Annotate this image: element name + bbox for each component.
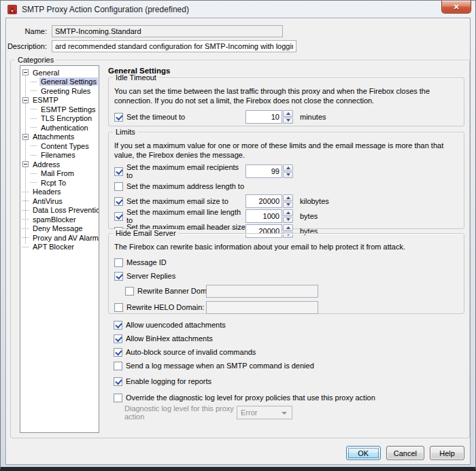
banner-domain-field[interactable]	[206, 285, 318, 298]
categories-tree[interactable]: General General Settings Greeting Rules …	[20, 65, 99, 433]
timeout-input[interactable]	[245, 110, 282, 124]
tree-branch-icon	[31, 155, 37, 156]
rewrite-helo-checkbox[interactable]	[114, 303, 123, 312]
spin-down-icon[interactable]	[283, 118, 293, 124]
tree-collapse-icon[interactable]	[22, 134, 29, 140]
rewrite-banner-row: Rewrite Banner Domain:	[114, 283, 458, 299]
settings-panel: General Settings Idle Timeout You can se…	[104, 63, 466, 436]
tree-item-authentication[interactable]: Authentication	[20, 123, 99, 133]
tree-collapse-icon[interactable]	[22, 69, 29, 75]
tree-item-esmtp-settings[interactable]: ESMTP Settings	[20, 105, 99, 114]
max-recipients-input[interactable]	[245, 164, 282, 178]
close-icon: ✕	[453, 3, 459, 11]
max-email-size-checkbox[interactable]	[114, 197, 123, 206]
option-autoblock: Auto-block source of invalid commands	[108, 345, 464, 359]
limits-description: If you set a maximum value for one or mo…	[114, 141, 458, 160]
help-button[interactable]: Help	[430, 446, 464, 460]
spin-up-icon[interactable]	[283, 224, 293, 231]
max-email-size-spinner	[245, 194, 293, 208]
send-log-message-checkbox[interactable]	[114, 362, 122, 370]
tree-branch-icon	[31, 118, 37, 119]
close-button[interactable]: ✕	[441, 1, 471, 14]
tree-item-mail-from[interactable]: Mail From	[20, 169, 99, 179]
tree-item-address[interactable]: Address	[20, 160, 99, 169]
tree-item-spamblocker[interactable]: spamBlocker	[20, 215, 99, 224]
max-line-length-checkbox[interactable]	[114, 212, 123, 221]
max-address-length-checkbox[interactable]	[114, 182, 123, 191]
name-field[interactable]	[52, 25, 283, 37]
rewrite-helo-row: Rewrite HELO Domain:	[114, 299, 458, 315]
tree-branch-icon	[22, 210, 29, 211]
spin-down-icon[interactable]	[283, 202, 293, 209]
tree-branch-icon	[31, 182, 37, 183]
spin-up-icon[interactable]	[283, 209, 293, 216]
rewrite-banner-checkbox[interactable]	[125, 287, 134, 296]
tree-item-proxy-av-alarms[interactable]: Proxy and AV Alarms	[20, 233, 99, 243]
spin-up-icon[interactable]	[283, 194, 293, 201]
max-recipients-checkbox[interactable]	[114, 167, 123, 176]
server-replies-checkbox[interactable]	[114, 272, 123, 281]
enable-logging-checkbox[interactable]	[114, 377, 122, 386]
message-id-checkbox[interactable]	[114, 258, 123, 267]
tree-branch-icon	[22, 192, 29, 192]
tree-item-content-types[interactable]: Content Types	[20, 141, 99, 151]
timeout-row: Set the timeout to minutes	[114, 109, 458, 124]
tree-collapse-icon[interactable]	[22, 161, 29, 167]
tree-item-antivirus[interactable]: AntiVirus	[20, 196, 99, 206]
tree-item-general[interactable]: General	[20, 68, 99, 77]
diagnostic-label: Diagnostic log level for this proxy acti…	[124, 404, 237, 421]
button-bar: OK Cancel Help	[346, 446, 464, 460]
name-label: Name:	[6, 27, 47, 35]
allow-uuencoded-checkbox[interactable]	[114, 321, 122, 330]
idle-timeout-group: Idle Timeout You can set the time betwee…	[108, 77, 464, 126]
spin-down-icon[interactable]	[283, 217, 293, 224]
max-line-length-input[interactable]	[245, 209, 282, 223]
tree-item-filenames[interactable]: Filenames	[20, 151, 99, 160]
helo-domain-field[interactable]	[206, 301, 318, 314]
tree-item-tls-encryption[interactable]: TLS Encryption	[20, 114, 99, 124]
tree-branch-icon	[22, 200, 29, 201]
title-bar[interactable]: SMTP Proxy Action Configuration (predefi…	[1, 1, 475, 18]
idle-timeout-description: You can set the time between the last tr…	[114, 86, 458, 105]
spin-down-icon[interactable]	[283, 172, 293, 179]
auto-block-checkbox[interactable]	[114, 348, 122, 357]
tree-item-deny-message[interactable]: Deny Message	[20, 224, 99, 234]
chevron-down-icon	[282, 412, 287, 415]
spin-up-icon[interactable]	[283, 164, 293, 171]
tree-item-general-settings[interactable]: General Settings	[20, 77, 99, 87]
limit-row-email-size: Set the maximum email size to kilobytes	[114, 194, 458, 209]
tree-item-esmtp[interactable]: ESMTP	[20, 96, 99, 105]
diagnostic-level-select[interactable]: Error	[237, 406, 292, 419]
set-timeout-checkbox[interactable]	[114, 113, 123, 122]
allow-binhex-checkbox[interactable]	[114, 334, 122, 343]
window-title: SMTP Proxy Action Configuration (predefi…	[22, 5, 189, 14]
options-list: Allow uuencoded attachments Allow BinHex…	[108, 318, 464, 419]
max-email-size-input[interactable]	[245, 194, 282, 208]
description-row: Description:	[6, 40, 296, 52]
server-replies-row: Server Replies	[114, 269, 458, 283]
ok-button[interactable]: OK	[346, 446, 381, 460]
max-line-length-spinner	[245, 209, 293, 223]
tree-item-attachments[interactable]: Attachments	[20, 133, 99, 142]
tree-item-apt-blocker[interactable]: APT Blocker	[20, 243, 99, 252]
tree-item-rcpt-to[interactable]: Rcpt To	[20, 178, 99, 188]
option-send-log: Send a log message when an SMTP command …	[108, 359, 464, 372]
spin-up-icon[interactable]	[283, 110, 293, 117]
tree-item-data-loss-prevention[interactable]: Data Loss Prevention	[20, 206, 99, 215]
tree-collapse-icon[interactable]	[22, 97, 29, 103]
app-icon	[7, 4, 18, 15]
limits-group-label: Limits	[113, 128, 138, 137]
tree-item-headers[interactable]: Headers	[20, 188, 99, 197]
override-log-level-checkbox[interactable]	[114, 394, 122, 402]
hide-email-server-group-label: Hide Email Server	[113, 229, 179, 238]
diagnostic-row: Diagnostic log level for this proxy acti…	[108, 406, 464, 419]
tree-branch-icon	[22, 228, 29, 229]
categories-group-label: Categories	[15, 56, 56, 65]
tree-item-greeting-rules[interactable]: Greeting Rules	[20, 86, 99, 96]
tree-branch-icon	[31, 109, 37, 109]
description-field[interactable]	[52, 40, 296, 52]
max-recipients-spinner	[245, 164, 293, 178]
cancel-button[interactable]: Cancel	[386, 446, 424, 460]
tree-branch-icon	[31, 82, 37, 82]
tree-branch-icon	[31, 145, 37, 146]
